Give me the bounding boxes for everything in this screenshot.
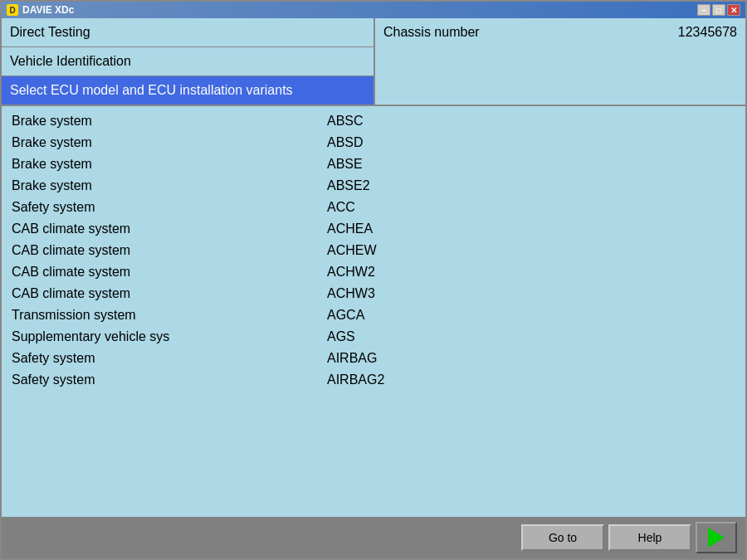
list-item-code: ABSE [327, 157, 735, 172]
list-item[interactable]: Supplementary vehicle sysAGS [10, 326, 737, 348]
list-item-category: Brake system [12, 178, 327, 193]
play-button[interactable] [696, 522, 737, 553]
list-item-category: Transmission system [12, 308, 327, 323]
help-button[interactable]: Help [608, 524, 691, 551]
menu-item-direct-testing[interactable]: Direct Testing [2, 18, 374, 47]
list-item[interactable]: CAB climate systemACHW3 [10, 283, 737, 304]
play-icon [708, 528, 725, 548]
list-item-code: ACHW2 [327, 265, 735, 280]
list-item-category: CAB climate system [12, 222, 327, 236]
bottom-toolbar: Go to Help [2, 517, 745, 558]
list-item-code: AGS [327, 329, 735, 344]
list-item-code: AIRBAG2 [327, 373, 735, 387]
list-item-category: Brake system [12, 114, 327, 129]
title-bar-title: D DAVIE XDc [7, 4, 74, 16]
list-item[interactable]: CAB climate systemACHW2 [10, 261, 737, 283]
ecu-list[interactable]: Brake systemABSCBrake systemABSDBrake sy… [2, 106, 745, 517]
list-item[interactable]: Safety systemACC [10, 197, 737, 218]
menu-item-select-ecu[interactable]: Select ECU model and ECU installation va… [2, 76, 374, 105]
list-item-category: Safety system [12, 351, 327, 366]
close-button[interactable]: ✕ [727, 4, 740, 16]
main-content: Brake systemABSCBrake systemABSDBrake sy… [2, 106, 745, 517]
list-item-code: AGCA [327, 308, 735, 323]
chassis-number: 12345678 [678, 25, 737, 40]
list-item-category: Safety system [12, 200, 327, 215]
list-item-code: AIRBAG [327, 351, 735, 366]
header-section: Direct Testing Vehicle Identification Se… [2, 18, 745, 106]
list-item[interactable]: Brake systemABSD [10, 132, 737, 153]
list-item-category: CAB climate system [12, 286, 327, 301]
list-item[interactable]: Safety systemAIRBAG [10, 348, 737, 369]
list-item-code: ACHEW [327, 243, 735, 258]
list-item[interactable]: CAB climate systemACHEW [10, 240, 737, 261]
list-item-code: ABSE2 [327, 178, 735, 193]
minimize-button[interactable]: – [697, 4, 710, 16]
list-item-code: ABSC [327, 114, 735, 129]
title-bar: D DAVIE XDc – □ ✕ [2, 2, 745, 18]
list-item-code: ACC [327, 200, 735, 215]
maximize-button[interactable]: □ [712, 4, 725, 16]
list-item[interactable]: CAB climate systemACHEA [10, 218, 737, 240]
window-controls: – □ ✕ [697, 4, 740, 16]
header-right: Chassis number 12345678 [375, 18, 745, 105]
goto-button[interactable]: Go to [521, 524, 604, 551]
list-item-category: Safety system [12, 373, 327, 387]
header-left: Direct Testing Vehicle Identification Se… [2, 18, 375, 105]
list-item[interactable]: Brake systemABSE [10, 153, 737, 175]
app-title: DAVIE XDc [22, 4, 74, 16]
app-icon: D [7, 4, 18, 16]
list-item-category: Brake system [12, 157, 327, 172]
list-item-category: Brake system [12, 135, 327, 150]
list-item-category: Supplementary vehicle sys [12, 329, 327, 344]
list-item-category: CAB climate system [12, 265, 327, 280]
list-item[interactable]: Safety systemAIRBAG2 [10, 369, 737, 391]
main-window: D DAVIE XDc – □ ✕ Direct Testing Vehicle… [0, 0, 747, 560]
list-item[interactable]: Transmission systemAGCA [10, 304, 737, 326]
list-item-category: CAB climate system [12, 243, 327, 258]
chassis-label: Chassis number [383, 25, 480, 40]
list-item-code: ABSD [327, 135, 735, 150]
list-item[interactable]: Brake systemABSE2 [10, 175, 737, 197]
list-item-code: ACHW3 [327, 286, 735, 301]
list-item[interactable]: Brake systemABSC [10, 110, 737, 132]
list-item-code: ACHEA [327, 222, 735, 236]
menu-item-vehicle-identification[interactable]: Vehicle Identification [2, 47, 374, 76]
